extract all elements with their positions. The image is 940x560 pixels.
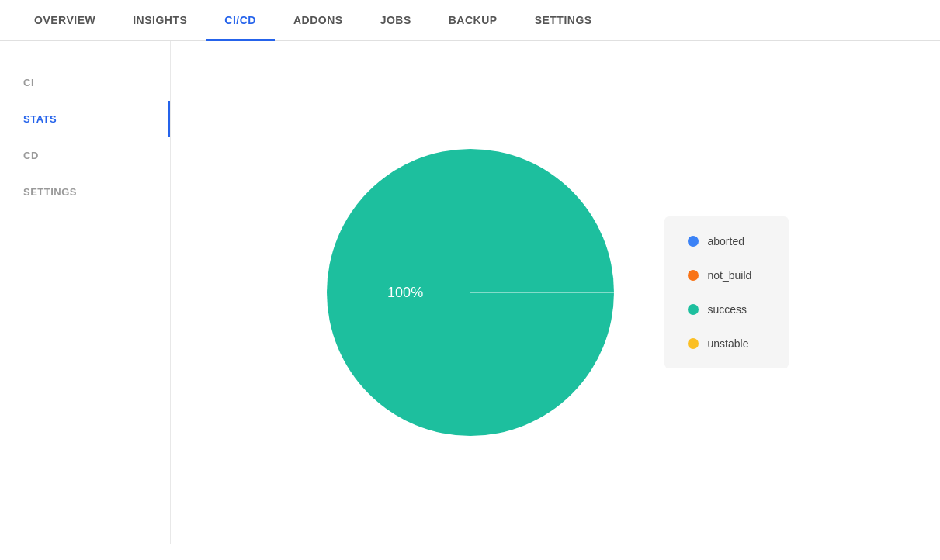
legend-item-not-build: not_build	[688, 269, 765, 282]
legend-item-success: success	[688, 303, 765, 316]
legend-dot-success	[688, 304, 699, 315]
legend-label-not-build: not_build	[708, 269, 752, 282]
chart-legend: aborted not_build success unstable	[664, 216, 789, 368]
pie-percentage-label: 100%	[387, 285, 423, 301]
tab-overview[interactable]: OVERVIEW	[16, 0, 114, 40]
main-content: 100% aborted not_build success	[171, 41, 940, 544]
legend-dot-unstable	[688, 338, 699, 349]
legend-dot-aborted	[688, 236, 699, 247]
sidebar-item-ci[interactable]: CI	[0, 64, 170, 101]
sidebar-item-cd[interactable]: CD	[0, 137, 170, 174]
pie-chart: 100%	[323, 145, 618, 440]
top-nav: OVERVIEW INSIGHTS CI/CD ADDONS JOBS BACK…	[0, 0, 940, 41]
sidebar-item-stats[interactable]: STATS	[0, 101, 170, 137]
tab-settings[interactable]: SETTINGS	[516, 0, 611, 40]
tab-backup[interactable]: BACKUP	[430, 0, 516, 40]
legend-item-unstable: unstable	[688, 337, 765, 350]
main-layout: CI STATS CD SETTINGS 100% aborted	[0, 41, 940, 544]
legend-dot-not-build	[688, 270, 699, 281]
sidebar-item-settings[interactable]: SETTINGS	[0, 174, 170, 210]
legend-item-aborted: aborted	[688, 235, 765, 247]
tab-insights[interactable]: INSIGHTS	[114, 0, 206, 40]
legend-label-unstable: unstable	[708, 337, 749, 350]
tab-cicd[interactable]: CI/CD	[206, 0, 275, 40]
tab-addons[interactable]: ADDONS	[275, 0, 362, 40]
legend-label-aborted: aborted	[708, 235, 744, 247]
tab-jobs[interactable]: JOBS	[362, 0, 430, 40]
chart-area: 100% aborted not_build success	[323, 145, 789, 440]
legend-label-success: success	[708, 303, 747, 316]
sidebar: CI STATS CD SETTINGS	[0, 41, 171, 544]
